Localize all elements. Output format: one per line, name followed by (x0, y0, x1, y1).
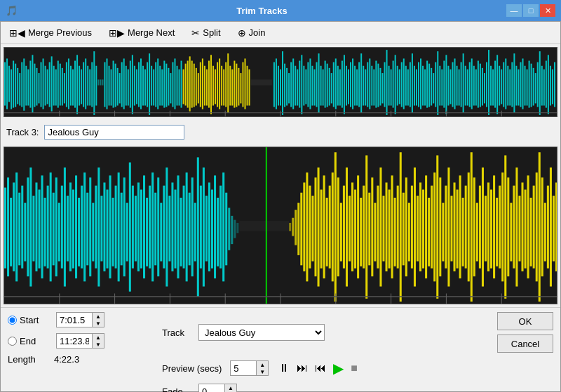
svg-rect-333 (205, 196, 208, 262)
svg-rect-117 (251, 79, 272, 85)
svg-rect-269 (24, 203, 26, 261)
upper-waveform[interactable] (4, 47, 557, 117)
end-radio-group: End (8, 336, 48, 346)
end-increment-button[interactable]: ▲ (93, 334, 104, 341)
svg-rect-364 (337, 177, 339, 276)
svg-rect-75 (161, 69, 163, 106)
svg-rect-439 (550, 168, 552, 287)
titlebar: 🎵 Trim Tracks — □ ✕ (0, 0, 561, 21)
start-radio[interactable] (8, 316, 17, 325)
svg-rect-119 (276, 58, 277, 109)
svg-rect-51 (111, 69, 112, 106)
track-label-row: Track 3: (1, 120, 560, 144)
svg-rect-365 (340, 203, 342, 261)
lower-waveform[interactable] (4, 147, 557, 304)
track-name-input[interactable] (44, 125, 184, 140)
svg-rect-267 (18, 193, 20, 266)
svg-rect-177 (399, 69, 400, 104)
svg-rect-62 (134, 66, 135, 106)
svg-rect-131 (301, 55, 302, 114)
preview-value-input[interactable] (231, 361, 256, 375)
svg-rect-156 (354, 66, 356, 106)
prev-button[interactable]: ⏮ (313, 360, 327, 376)
pause-button[interactable]: ⏸ (277, 360, 291, 376)
svg-rect-109 (234, 61, 235, 108)
cancel-button[interactable]: Cancel (497, 334, 553, 353)
next-button[interactable]: ⏭ (295, 360, 309, 376)
svg-rect-192 (431, 68, 432, 106)
svg-rect-164 (371, 66, 372, 106)
svg-rect-87 (187, 61, 189, 108)
end-radio[interactable] (8, 337, 17, 346)
merge-next-label: Merge Next (128, 27, 175, 38)
svg-rect-401 (442, 203, 444, 261)
svg-rect-11 (25, 66, 27, 106)
svg-rect-245 (543, 69, 545, 106)
play-button[interactable]: ▶ (332, 358, 345, 378)
start-increment-button[interactable]: ▲ (93, 313, 104, 320)
svg-rect-343 (234, 220, 236, 238)
svg-rect-191 (428, 64, 430, 107)
svg-rect-220 (490, 66, 492, 106)
merge-previous-button[interactable]: ⊞◀ Merge Previous (6, 26, 95, 40)
svg-rect-361 (329, 186, 331, 269)
svg-rect-347 (289, 223, 291, 231)
svg-rect-398 (433, 173, 435, 281)
svg-rect-324 (180, 198, 182, 266)
preview-decrement-button[interactable]: ▼ (257, 368, 268, 375)
svg-rect-106 (227, 53, 229, 113)
end-value-input[interactable] (57, 334, 92, 348)
svg-rect-46 (100, 79, 101, 85)
maximize-button[interactable]: □ (523, 4, 539, 17)
end-decrement-button[interactable]: ▼ (93, 341, 104, 348)
svg-rect-235 (522, 58, 523, 109)
svg-rect-148 (337, 66, 339, 106)
split-label: Split (203, 27, 220, 38)
next-icon: ⏭ (297, 362, 308, 374)
svg-rect-366 (343, 186, 345, 269)
split-button[interactable]: ✂ Split (189, 26, 223, 40)
start-decrement-button[interactable]: ▼ (93, 320, 104, 327)
svg-rect-399 (436, 156, 438, 299)
svg-rect-18 (41, 62, 42, 107)
svg-rect-1 (4, 62, 6, 106)
svg-rect-356 (314, 177, 316, 276)
minimize-button[interactable]: — (506, 4, 522, 17)
fade-spinner: ▲ ▼ (198, 384, 237, 392)
fade-value-input[interactable] (199, 384, 224, 392)
svg-rect-432 (530, 198, 532, 266)
close-button[interactable]: ✕ (540, 4, 555, 17)
svg-rect-150 (342, 61, 343, 108)
fade-increment-button[interactable]: ▲ (225, 384, 236, 391)
svg-rect-42 (91, 62, 93, 107)
svg-rect-418 (490, 189, 492, 268)
start-radio-group: Start (8, 315, 48, 325)
svg-rect-173 (391, 69, 392, 106)
svg-rect-300 (112, 198, 114, 266)
length-label: Length (8, 354, 48, 365)
start-spinner: ▲ ▼ (56, 312, 104, 327)
svg-rect-421 (499, 186, 501, 269)
start-value-input[interactable] (57, 313, 92, 327)
merge-next-button[interactable]: ⊞▶ Merge Next (106, 26, 177, 40)
svg-rect-422 (501, 173, 503, 281)
svg-rect-408 (462, 198, 464, 266)
svg-rect-201 (450, 69, 451, 104)
ok-button[interactable]: OK (497, 312, 553, 330)
svg-rect-77 (165, 64, 167, 107)
svg-rect-372 (360, 198, 362, 266)
svg-rect-6 (15, 64, 16, 107)
svg-rect-429 (521, 182, 523, 271)
stop-button[interactable]: ■ (349, 360, 359, 376)
svg-rect-225 (501, 69, 502, 104)
svg-rect-7 (17, 68, 18, 104)
preview-increment-button[interactable]: ▲ (257, 361, 268, 368)
prev-icon: ⏮ (315, 362, 326, 374)
end-row: End ▲ ▼ (8, 333, 148, 349)
merge-prev-icon: ⊞◀ (9, 27, 25, 39)
svg-rect-60 (130, 61, 131, 108)
svg-rect-339 (222, 173, 224, 281)
join-button[interactable]: ⊕ Join (235, 26, 269, 40)
track-dropdown[interactable]: Jealous Guy Track 1 Track 2 Track 4 (198, 324, 325, 341)
svg-rect-163 (369, 58, 370, 109)
